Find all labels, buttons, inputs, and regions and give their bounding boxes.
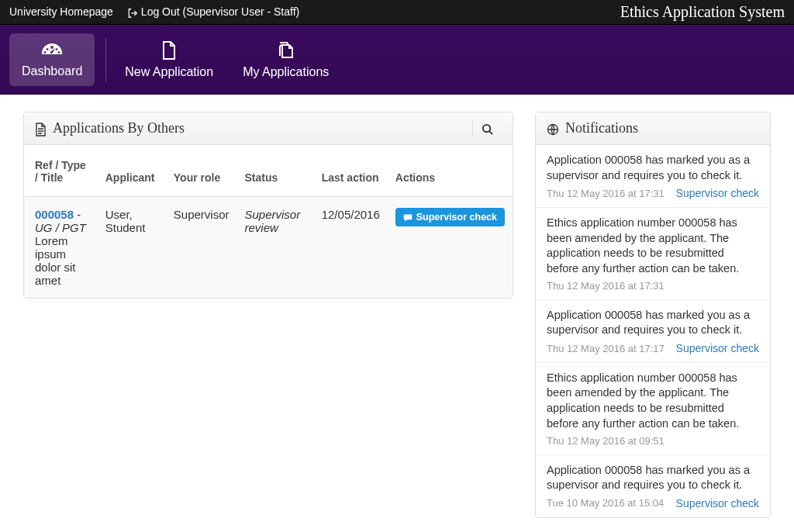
notification-time: Thu 12 May 2016 at 17:31 — [547, 279, 665, 293]
notification-text: Application 000058 has marked you as a s… — [547, 308, 759, 338]
notification-item: Ethics application number 000058 has bee… — [536, 363, 770, 455]
table-row: 000058 - UG / PGT Lorem ipsum dolor sit … — [24, 197, 513, 299]
button-label: Supervisor check — [416, 212, 497, 223]
notification-meta: Tue 10 May 2016 at 15:04Supervisor check — [547, 496, 759, 511]
applications-by-others-panel: Applications By Others Ref / Type / Titl… — [23, 112, 513, 299]
notification-time: Tue 10 May 2016 at 15:04 — [547, 496, 664, 510]
nav-separator — [105, 38, 106, 81]
supervisor-check-button[interactable]: Supervisor check — [395, 208, 505, 226]
app-brand: Ethics Application System — [620, 3, 785, 21]
panel-title-text: Applications By Others — [53, 120, 185, 136]
cell-last-action: 12/05/2016 — [314, 197, 388, 299]
col-ref: Ref / Type / Title — [24, 145, 98, 197]
col-status: Status — [236, 145, 313, 197]
application-title: Lorem ipsum dolor sit amet — [35, 234, 76, 287]
nav-dashboard[interactable]: Dashboard — [9, 33, 95, 86]
content-area: Applications By Others Ref / Type / Titl… — [0, 95, 794, 532]
notification-meta: Thu 12 May 2016 at 17:31 — [547, 279, 759, 293]
ref-sep: - — [74, 208, 81, 221]
notification-time: Thu 12 May 2016 at 17:17 — [547, 342, 665, 356]
notification-meta: Thu 12 May 2016 at 09:51 — [547, 434, 759, 448]
panel-header: Applications By Others — [24, 112, 513, 145]
notification-meta: Thu 12 May 2016 at 17:31Supervisor check — [547, 186, 759, 201]
logout-label: Log Out (Supervisor User - Staff) — [141, 5, 299, 18]
notification-item: Application 000058 has marked you as a s… — [536, 455, 770, 517]
notifications-list: Application 000058 has marked you as a s… — [536, 145, 770, 517]
panel-title: Notifications — [547, 120, 638, 136]
notification-item: Application 000058 has marked you as a s… — [536, 145, 770, 208]
notification-item: Ethics application number 000058 has bee… — [536, 208, 770, 300]
search-button[interactable] — [472, 120, 502, 136]
notification-item: Application 000058 has marked you as a s… — [536, 300, 770, 363]
topbar-left: University Homepage Log Out (Supervisor … — [9, 5, 299, 18]
svg-point-0 — [483, 125, 490, 132]
col-applicant: Applicant — [98, 145, 166, 197]
notification-text: Application 000058 has marked you as a s… — [547, 153, 759, 183]
cell-status: Supervisor review — [236, 197, 313, 299]
col-last-action: Last action — [314, 145, 388, 197]
notification-action-link[interactable]: Supervisor check — [676, 496, 759, 511]
col-actions: Actions — [388, 145, 513, 197]
notification-action-link[interactable]: Supervisor check — [676, 186, 759, 201]
nav-my-applications[interactable]: My Applications — [230, 33, 341, 87]
panel-header: Notifications — [536, 112, 770, 145]
notification-meta: Thu 12 May 2016 at 17:17Supervisor check — [547, 341, 759, 356]
notification-text: Ethics application number 000058 has bee… — [547, 371, 759, 431]
application-ref-link[interactable]: 000058 — [35, 208, 74, 221]
notifications-panel: Notifications Application 000058 has mar… — [535, 112, 771, 518]
logout-icon — [127, 5, 138, 18]
file-icon — [125, 40, 213, 60]
notification-text: Ethics application number 000058 has bee… — [547, 216, 759, 276]
notification-action-link[interactable]: Supervisor check — [676, 341, 759, 356]
topbar: University Homepage Log Out (Supervisor … — [0, 0, 794, 25]
cell-actions: Supervisor check — [388, 197, 513, 299]
cell-role: Supervisor — [166, 197, 237, 299]
globe-icon — [547, 120, 559, 136]
applications-table: Ref / Type / Title Applicant Your role S… — [24, 145, 513, 298]
university-homepage-link[interactable]: University Homepage — [9, 5, 113, 18]
col-role: Your role — [166, 145, 237, 197]
cell-ref: 000058 - UG / PGT Lorem ipsum dolor sit … — [24, 197, 98, 299]
application-type: UG / PGT — [35, 221, 86, 234]
notification-time: Thu 12 May 2016 at 09:51 — [547, 434, 665, 448]
nav-new-application[interactable]: New Application — [112, 33, 226, 87]
nav-new-application-label: New Application — [125, 65, 213, 78]
logout-link[interactable]: Log Out (Supervisor User - Staff) — [127, 5, 299, 18]
nav-dashboard-label: Dashboard — [22, 64, 82, 78]
cell-applicant: User, Student — [98, 197, 166, 299]
search-icon — [482, 122, 493, 135]
files-icon — [243, 40, 329, 60]
dashboard-icon — [22, 41, 82, 60]
nav-my-applications-label: My Applications — [243, 65, 329, 78]
panel-title: Applications By Others — [35, 120, 185, 136]
notification-text: Application 000058 has marked you as a s… — [547, 463, 759, 493]
document-icon — [35, 120, 47, 136]
panel-title-text: Notifications — [565, 120, 638, 136]
comment-icon — [403, 212, 413, 223]
notification-time: Thu 12 May 2016 at 17:31 — [547, 187, 665, 201]
main-nav: Dashboard New Application My Application… — [0, 25, 794, 95]
